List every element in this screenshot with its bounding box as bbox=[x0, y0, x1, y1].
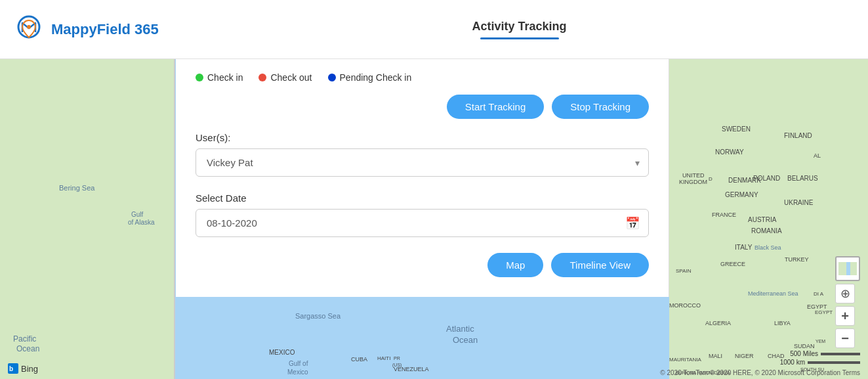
users-label: User(s): bbox=[196, 132, 649, 143]
stop-tracking-button[interactable]: Stop Tracking bbox=[552, 95, 649, 119]
pending-dot bbox=[328, 74, 336, 81]
map-thumbnail-button[interactable] bbox=[835, 256, 860, 281]
main-panel: Check in Check out Pending Check in Star… bbox=[176, 59, 669, 297]
map-button[interactable]: Map bbox=[487, 253, 543, 277]
svg-text:UKRAINE: UKRAINE bbox=[784, 199, 814, 206]
svg-text:D: D bbox=[709, 176, 713, 182]
page-title: Activity Tracking bbox=[472, 20, 566, 37]
calendar-icon[interactable]: 📅 bbox=[625, 216, 640, 231]
date-field-group: Select Date 📅 bbox=[196, 192, 649, 237]
svg-text:AUSTRIA: AUSTRIA bbox=[748, 216, 777, 223]
svg-text:SPAIN: SPAIN bbox=[676, 268, 692, 274]
svg-text:Black Sea: Black Sea bbox=[754, 244, 781, 251]
map-controls: ⊕ + − bbox=[835, 256, 860, 348]
svg-text:Sargasso Sea: Sargasso Sea bbox=[295, 312, 341, 320]
svg-text:b: b bbox=[9, 365, 13, 372]
scale-bar: 500 Miles 1000 km bbox=[780, 350, 860, 366]
scale-line-1000 bbox=[808, 361, 860, 364]
zoom-out-button[interactable]: − bbox=[835, 328, 855, 348]
check-out-label: Check out bbox=[270, 72, 312, 83]
svg-text:ALGERIA: ALGERIA bbox=[705, 320, 731, 326]
logo-area: MappyField 365 bbox=[0, 14, 171, 45]
check-in-dot bbox=[196, 74, 203, 81]
svg-text:SWEDEN: SWEDEN bbox=[722, 125, 751, 133]
users-select[interactable]: Vickey Pat bbox=[196, 148, 649, 177]
svg-text:Gulf: Gulf bbox=[131, 211, 144, 218]
svg-point-1 bbox=[27, 25, 31, 29]
svg-rect-61 bbox=[838, 262, 846, 275]
bing-icon: b bbox=[8, 363, 18, 374]
logo-text: MappyField 365 bbox=[51, 21, 159, 38]
users-select-wrapper: Vickey Pat ▾ bbox=[196, 148, 649, 177]
svg-text:TURKEY: TURKEY bbox=[785, 256, 809, 263]
date-input[interactable] bbox=[196, 209, 649, 237]
svg-text:Gulf of: Gulf of bbox=[289, 360, 308, 367]
svg-text:FINLAND: FINLAND bbox=[784, 132, 812, 139]
svg-text:Atlantic: Atlantic bbox=[446, 324, 474, 334]
svg-rect-62 bbox=[850, 262, 857, 275]
map-attribution: © 2020 TomTom © 2020 HERE, © 2020 Micros… bbox=[660, 369, 860, 376]
check-out-dot bbox=[258, 74, 266, 81]
header: MappyField 365 Activity Tracking bbox=[0, 0, 868, 59]
svg-text:CUBA: CUBA bbox=[351, 356, 367, 363]
svg-text:Bering Sea: Bering Sea bbox=[59, 184, 95, 192]
legend-check-out: Check out bbox=[258, 72, 312, 83]
svg-text:SUDAN: SUDAN bbox=[794, 343, 815, 349]
svg-text:EGYPT: EGYPT bbox=[815, 309, 833, 315]
scale-1000-label: 1000 km bbox=[780, 359, 805, 366]
button-row: Start Tracking Stop Tracking bbox=[196, 95, 649, 119]
svg-text:LIBYA: LIBYA bbox=[774, 320, 791, 326]
svg-text:MALI: MALI bbox=[709, 353, 722, 359]
zoom-in-button[interactable]: + bbox=[835, 306, 855, 326]
svg-text:ITALY: ITALY bbox=[735, 244, 753, 251]
date-input-wrapper: 📅 bbox=[196, 209, 649, 237]
svg-text:YEM: YEM bbox=[816, 339, 825, 344]
attribution-text: © 2020 TomTom © 2020 HERE, © 2020 Micros… bbox=[660, 369, 860, 376]
bottom-button-row: Map Timeline View bbox=[196, 253, 649, 277]
timeline-view-button[interactable]: Timeline View bbox=[551, 253, 649, 277]
logo-icon bbox=[13, 14, 45, 45]
svg-text:MEXICO: MEXICO bbox=[269, 349, 295, 356]
svg-text:Mexico: Mexico bbox=[287, 368, 308, 376]
svg-text:ROMANIA: ROMANIA bbox=[751, 227, 782, 234]
title-underline bbox=[480, 37, 559, 39]
locate-icon[interactable]: ⊕ bbox=[835, 284, 855, 303]
svg-text:AL: AL bbox=[814, 152, 821, 159]
svg-text:UNITED: UNITED bbox=[682, 172, 705, 179]
bing-logo: b Bing bbox=[8, 363, 38, 374]
svg-text:(US): (US) bbox=[392, 363, 402, 368]
start-tracking-button[interactable]: Start Tracking bbox=[447, 95, 545, 119]
svg-text:GREECE: GREECE bbox=[720, 261, 745, 267]
svg-text:NORWAY: NORWAY bbox=[715, 148, 744, 156]
pending-label: Pending Check in bbox=[340, 72, 412, 83]
scale-line-500 bbox=[821, 353, 860, 355]
svg-text:DI A: DI A bbox=[814, 291, 824, 297]
svg-text:MAURITANIA: MAURITANIA bbox=[669, 357, 701, 363]
users-field-group: User(s): Vickey Pat ▾ bbox=[196, 132, 649, 177]
scale-row-500: 500 Miles bbox=[790, 350, 860, 357]
svg-text:of Alaska: of Alaska bbox=[128, 219, 155, 226]
svg-text:BELARUS: BELARUS bbox=[787, 175, 818, 182]
svg-text:FRANCE: FRANCE bbox=[712, 212, 736, 218]
svg-text:Pacific: Pacific bbox=[13, 334, 36, 344]
legend-check-in: Check in bbox=[196, 72, 243, 83]
scale-row-1000: 1000 km bbox=[780, 359, 860, 366]
svg-text:Ocean: Ocean bbox=[453, 335, 478, 345]
legend-row: Check in Check out Pending Check in bbox=[196, 72, 649, 83]
svg-text:Ocean: Ocean bbox=[16, 344, 39, 353]
date-label: Select Date bbox=[196, 192, 649, 204]
svg-text:HAITI: HAITI bbox=[377, 355, 390, 361]
svg-text:KINGDOM: KINGDOM bbox=[679, 179, 707, 185]
legend-pending: Pending Check in bbox=[328, 72, 412, 83]
svg-text:POLAND: POLAND bbox=[753, 175, 780, 182]
left-divider bbox=[174, 59, 175, 379]
svg-text:Mediterranean Sea: Mediterranean Sea bbox=[748, 290, 798, 297]
svg-text:MOROCCO: MOROCCO bbox=[669, 302, 701, 309]
header-title-area: Activity Tracking bbox=[171, 20, 868, 39]
bing-label: Bing bbox=[21, 364, 38, 374]
svg-text:GERMANY: GERMANY bbox=[725, 191, 758, 198]
scale-500-label: 500 Miles bbox=[790, 350, 818, 357]
svg-text:PR: PR bbox=[394, 356, 400, 361]
svg-text:NIGER: NIGER bbox=[735, 353, 754, 359]
check-in-label: Check in bbox=[207, 72, 243, 83]
